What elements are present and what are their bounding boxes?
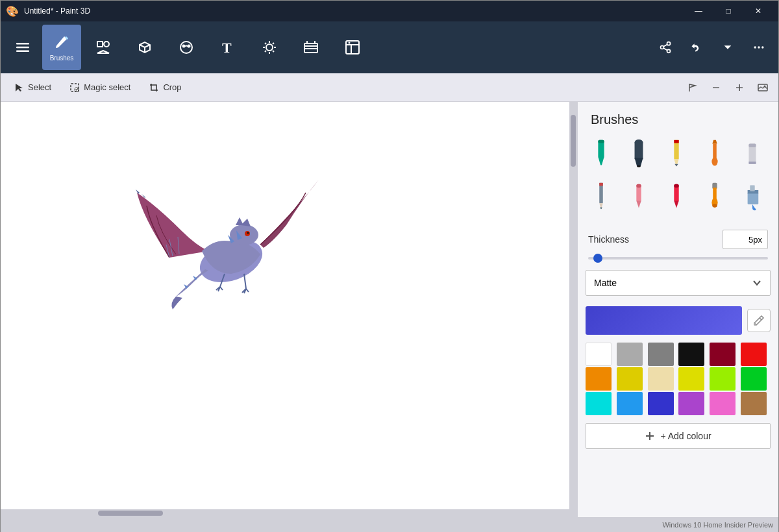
magic-select-icon (69, 82, 80, 93)
app-icon: 🎨 (6, 5, 19, 18)
svg-point-6 (180, 42, 192, 53)
more-button[interactable] (745, 33, 773, 62)
brush-fill[interactable] (737, 178, 768, 217)
color-green[interactable] (741, 367, 767, 391)
eyedropper-button[interactable] (747, 309, 771, 332)
svg-marker-35 (635, 158, 643, 167)
selected-color-swatch[interactable] (586, 306, 742, 335)
minimize-button[interactable]: — (684, 1, 713, 21)
color-pink[interactable] (710, 392, 736, 415)
thickness-slider[interactable] (588, 257, 768, 260)
brush-calligraphy[interactable] (623, 135, 654, 174)
brush-marker[interactable] (586, 135, 617, 174)
effects-button[interactable] (250, 25, 289, 70)
brush-crayon-pink[interactable] (623, 178, 654, 217)
brush-oil[interactable] (699, 135, 730, 174)
crayon-pink-icon (628, 182, 649, 213)
text-button[interactable]: T (208, 25, 247, 70)
canvas-button[interactable] (291, 25, 330, 70)
horizontal-scrollbar[interactable] (1, 509, 569, 517)
crop-label: Crop (163, 82, 181, 92)
close-button[interactable]: ✕ (743, 1, 773, 21)
brushes-button[interactable]: Brushes (42, 25, 81, 70)
window-controls: — □ ✕ (684, 1, 773, 21)
color-lime[interactable] (710, 367, 736, 391)
select-button[interactable]: Select (6, 76, 59, 99)
eyedropper-icon (752, 314, 765, 327)
color-darkblue[interactable] (648, 392, 674, 415)
color-orange[interactable] (586, 367, 612, 391)
brushes-panel: Brushes (577, 102, 778, 517)
horizontal-scrollbar-thumb[interactable] (98, 511, 163, 516)
color-brown[interactable] (741, 392, 767, 415)
svg-rect-47 (599, 183, 603, 203)
svg-rect-53 (636, 184, 641, 188)
color-brightyellow[interactable] (678, 367, 704, 391)
undo-button[interactable] (682, 33, 711, 62)
color-gray[interactable] (648, 343, 674, 366)
fill-bucket-icon (742, 182, 763, 213)
vertical-scrollbar[interactable] (569, 102, 577, 517)
dropdown-button[interactable] (713, 33, 742, 62)
canvas-area[interactable] (1, 102, 577, 517)
color-darkred[interactable] (710, 343, 736, 366)
brush-pencil-yellow[interactable] (661, 135, 692, 174)
crop-button[interactable]: Crop (141, 76, 189, 99)
svg-point-36 (637, 165, 641, 167)
svg-rect-63 (750, 186, 754, 191)
color-lightgray[interactable] (617, 343, 643, 366)
color-white[interactable] (586, 343, 612, 366)
minus-button[interactable] (706, 77, 726, 98)
color-yellow[interactable] (617, 367, 643, 391)
svg-point-29 (247, 232, 249, 234)
menu-icon (14, 38, 32, 56)
color-red[interactable] (741, 343, 767, 366)
brush-crayon-red[interactable] (661, 178, 692, 217)
brush-pencil2[interactable] (586, 178, 617, 217)
crop-icon (149, 82, 159, 93)
menu-button[interactable] (6, 25, 40, 70)
svg-point-16 (754, 46, 756, 48)
dragon-image (130, 141, 338, 361)
brush-grid (578, 135, 778, 224)
svg-point-43 (711, 158, 717, 166)
thickness-slider-thumb[interactable] (593, 254, 602, 263)
pencil2-icon (591, 182, 612, 213)
plus-zoom-button[interactable] (729, 77, 750, 98)
drawing-canvas[interactable] (1, 102, 569, 517)
brush-oil-orange[interactable] (699, 178, 730, 217)
scrollbar-thumb[interactable] (571, 115, 576, 167)
color-lightyellow[interactable] (648, 367, 674, 391)
svg-marker-52 (636, 201, 641, 208)
image-view-button[interactable] (752, 77, 773, 98)
stickers-button[interactable] (167, 25, 206, 70)
status-bar: Windows 10 Home Insider Preview (1, 517, 778, 532)
shapes3d-button[interactable] (125, 25, 164, 70)
eraser-icon (742, 139, 763, 170)
magic-select-button[interactable]: Magic select (62, 76, 138, 99)
color-blue[interactable] (617, 392, 643, 415)
color-black[interactable] (678, 343, 704, 366)
maximize-button[interactable]: □ (713, 1, 743, 21)
svg-point-10 (266, 44, 273, 51)
thickness-value[interactable]: 5px (723, 230, 768, 249)
shapes2d-button[interactable] (84, 25, 123, 70)
select-icon (14, 82, 24, 93)
svg-rect-0 (16, 43, 29, 45)
color-purple[interactable] (678, 392, 704, 415)
panel-title: Brushes (578, 102, 778, 135)
svg-point-5 (104, 42, 109, 47)
svg-point-60 (712, 204, 717, 208)
add-colour-button[interactable]: + Add colour (586, 423, 771, 449)
color-palette (578, 340, 778, 418)
svg-rect-4 (97, 42, 103, 47)
main-area: Brushes (1, 102, 778, 517)
color-cyan[interactable] (586, 392, 612, 415)
flag-button[interactable] (682, 77, 703, 98)
svg-point-64 (754, 323, 756, 326)
opacity-dropdown[interactable]: Matte (586, 270, 771, 296)
brush-eraser[interactable] (737, 135, 768, 174)
3dlib-button[interactable] (333, 25, 372, 70)
chevron-down-icon (752, 278, 762, 288)
share-button[interactable] (651, 33, 680, 62)
